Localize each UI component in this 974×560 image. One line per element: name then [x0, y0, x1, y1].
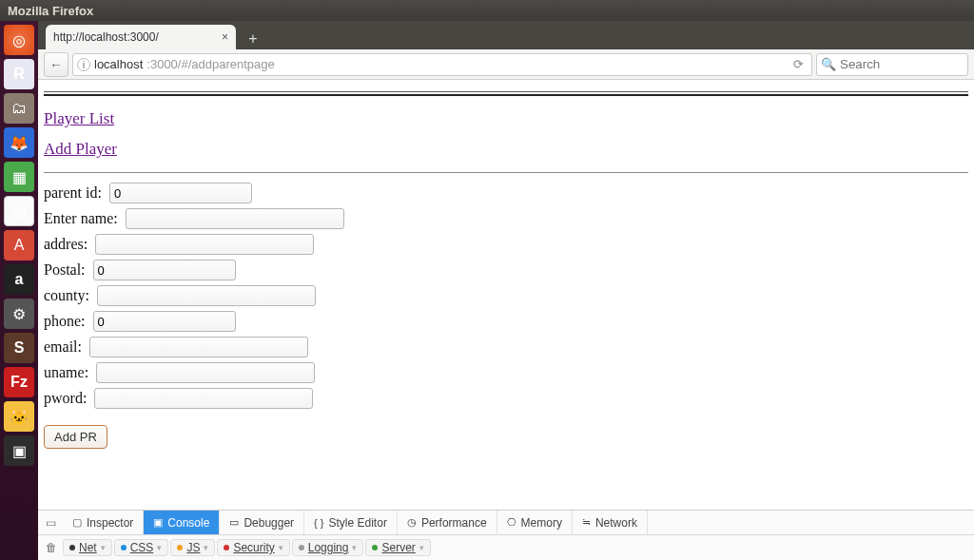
launcher-files-icon[interactable]: 🗂	[4, 93, 34, 124]
debugger-icon: ▭	[229, 516, 239, 529]
launcher-libreoffice-calc-icon[interactable]: ▦	[4, 162, 34, 192]
launcher-amazon-icon[interactable]: a	[4, 264, 34, 295]
chevron-down-icon: ▾	[419, 543, 424, 552]
parent-id-label: parent id:	[44, 184, 102, 202]
tab-label: Debugger	[244, 516, 294, 530]
launcher-app-icon[interactable]: A	[4, 230, 34, 261]
launcher-dash-icon[interactable]: ◎	[4, 25, 34, 55]
devtools-tab-console[interactable]: ▣Console	[144, 511, 220, 534]
chevron-down-icon: ▾	[101, 543, 106, 552]
devtools-dock-icon[interactable]: ▭	[38, 516, 63, 530]
browser-tab[interactable]: http://localhost:3000/ ×	[46, 25, 236, 49]
window-title: Mozilla Firefox	[8, 4, 93, 18]
tab-label: Inspector	[87, 516, 133, 530]
clear-console-icon[interactable]: 🗑	[42, 541, 61, 554]
dot-icon	[121, 545, 127, 550]
devtools-panel: ▭ ▢Inspector ▣Console ▭Debugger { }Style…	[38, 510, 974, 560]
console-icon: ▣	[153, 516, 163, 529]
parent-id-input[interactable]	[109, 183, 252, 203]
phone-label: phone:	[44, 313, 86, 330]
window-titlebar: Mozilla Firefox	[0, 0, 974, 21]
chevron-down-icon: ▾	[204, 543, 208, 552]
tab-label: Console	[167, 516, 209, 530]
dot-icon	[69, 545, 75, 550]
devtools-tab-performance[interactable]: ◷Performance	[398, 511, 497, 534]
name-label: Enter name:	[44, 210, 118, 227]
launcher-sublime-icon[interactable]: S	[4, 333, 34, 363]
filter-server[interactable]: Server▾	[365, 539, 430, 556]
launcher-dev-icon[interactable]: 🐱	[4, 401, 34, 432]
separator	[44, 172, 968, 173]
url-bar[interactable]: i localhost:3000/#/addparentpage ⟳	[72, 53, 812, 76]
site-info-icon[interactable]: i	[77, 58, 90, 71]
county-input[interactable]	[97, 285, 316, 306]
chip-label: Server	[381, 541, 415, 554]
tab-label: Style Editor	[329, 516, 387, 530]
performance-icon: ◷	[407, 516, 417, 529]
launcher-rstudio-icon[interactable]: R	[4, 59, 34, 89]
url-path: :3000/#/addparentpage	[146, 57, 274, 71]
filter-logging[interactable]: Logging▾	[292, 539, 364, 556]
chevron-down-icon: ▾	[352, 543, 357, 552]
filter-js[interactable]: JS▾	[170, 539, 215, 556]
style-editor-icon: { }	[314, 517, 323, 529]
console-filters: 🗑 Net▾ CSS▾ JS▾ Security▾ Logging▾ Serve…	[38, 535, 974, 560]
uname-label: uname:	[44, 364, 88, 381]
launcher-firefox-icon[interactable]: 🦊	[4, 127, 34, 158]
chip-label: JS	[186, 541, 200, 554]
filter-css[interactable]: CSS▾	[114, 539, 169, 556]
chip-label: CSS	[130, 541, 154, 554]
devtools-tab-style[interactable]: { }Style Editor	[304, 511, 398, 534]
nav-toolbar: ← i localhost:3000/#/addparentpage ⟳ 🔍	[38, 49, 974, 80]
chip-label: Net	[79, 541, 97, 554]
tab-label: Network	[595, 516, 637, 530]
player-list-link[interactable]: Player List	[44, 109, 114, 128]
tab-title: http://localhost:3000/	[53, 30, 159, 44]
browser-window: http://localhost:3000/ × + ← i localhost…	[38, 21, 974, 560]
postal-label: Postal:	[44, 261, 86, 279]
search-input[interactable]	[840, 57, 974, 71]
name-input[interactable]	[126, 208, 344, 229]
launcher-terminal-icon[interactable]: ▣	[4, 435, 34, 466]
chevron-down-icon: ▾	[279, 543, 283, 552]
devtools-tab-debugger[interactable]: ▭Debugger	[220, 511, 304, 534]
unity-launcher: ◎ R 🗂 🦊 ▦ ▤ A a ⚙ S Fz 🐱 ▣	[0, 21, 38, 560]
new-tab-button[interactable]: +	[242, 29, 264, 49]
filter-security[interactable]: Security▾	[217, 539, 289, 556]
email-label: email:	[44, 338, 82, 356]
inspector-icon: ▢	[72, 516, 82, 529]
county-label: county:	[44, 287, 89, 304]
pword-label: pword:	[44, 390, 87, 407]
email-input[interactable]	[89, 337, 308, 357]
back-button[interactable]: ←	[44, 52, 68, 77]
filter-net[interactable]: Net▾	[63, 539, 112, 556]
dot-icon	[299, 545, 304, 550]
memory-icon: ⎔	[507, 516, 516, 529]
devtools-tab-network[interactable]: ≒Network	[573, 511, 648, 534]
tab-close-icon[interactable]: ×	[222, 30, 228, 44]
launcher-document-icon[interactable]: ▤	[4, 196, 34, 226]
search-bar[interactable]: 🔍	[816, 53, 968, 76]
postal-input[interactable]	[93, 260, 236, 280]
pword-input[interactable]	[94, 388, 313, 409]
uname-input[interactable]	[96, 362, 315, 383]
chip-label: Logging	[308, 541, 349, 554]
address-label: addres:	[44, 236, 88, 253]
reload-button[interactable]: ⟳	[789, 57, 808, 71]
tab-label: Performance	[421, 516, 487, 530]
network-icon: ≒	[582, 516, 591, 529]
phone-input[interactable]	[93, 311, 236, 332]
launcher-settings-icon[interactable]: ⚙	[4, 299, 34, 329]
chip-label: Security	[233, 541, 274, 554]
launcher-filezilla-icon[interactable]: Fz	[4, 367, 34, 397]
devtools-tab-memory[interactable]: ⎔Memory	[497, 511, 573, 534]
search-icon: 🔍	[821, 57, 836, 71]
dot-icon	[372, 545, 378, 550]
devtools-tabs: ▭ ▢Inspector ▣Console ▭Debugger { }Style…	[38, 511, 974, 535]
tab-strip: http://localhost:3000/ × +	[38, 21, 974, 49]
separator	[44, 91, 968, 92]
add-pr-button[interactable]: Add PR	[44, 425, 107, 449]
add-player-link[interactable]: Add Player	[44, 140, 117, 159]
address-input[interactable]	[95, 234, 314, 255]
devtools-tab-inspector[interactable]: ▢Inspector	[63, 511, 144, 534]
